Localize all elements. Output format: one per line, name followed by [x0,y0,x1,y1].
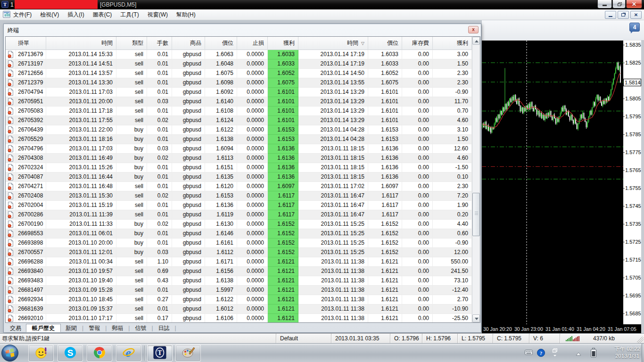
table-row[interactable]: 266962882013.01.11 00:34sell1.10gbpusd1.… [6,257,472,267]
column-header-10[interactable]: 價位 [368,37,402,50]
minimize-button[interactable] [597,0,612,8]
order-document-icon [6,220,16,229]
cell: gbpusd [172,286,205,295]
mdi-restore-button[interactable] [618,11,629,19]
mdi-minimize-button[interactable] [605,11,616,19]
menu-item-1[interactable]: 文件(F) [9,11,36,19]
cell: 0.00 [402,69,433,78]
cell: 2013.01.11 11:38 [298,314,368,322]
mdi-close-button[interactable]: ✕ [630,11,642,19]
table-row[interactable]: 267123792013.01.14 13:30sell0.01gbpusd1.… [6,78,472,88]
app-restore-tray-icon[interactable] [552,348,558,358]
column-header-2[interactable]: 時間 [46,37,116,50]
terminal-tab-6[interactable]: 信號 [130,324,151,332]
cell: 26712379 [16,78,46,88]
show-desktop-button[interactable] [642,344,644,362]
scroll-up-arrow[interactable] [472,37,480,45]
table-row[interactable]: 266985532013.01.11 06:01buy0.01gbpusd1.6… [6,229,472,239]
menu-item-5[interactable]: 工具(T) [116,11,143,19]
table-row[interactable]: 267024082013.01.11 15:30sell0.02gbpusd1.… [6,191,472,201]
table-row[interactable]: 267126562013.01.14 13:57sell0.01gbpusd1.… [6,69,472,78]
table-row[interactable]: 267043082013.01.11 16:49buy0.02gbpusd1.6… [6,154,472,163]
column-header-12[interactable]: 獲利 [433,37,472,50]
terminal-tab-2[interactable]: 帳戶歷史 [26,324,61,332]
table-row[interactable]: 267002862013.01.11 11:39sell0.01gbpusd1.… [6,210,472,220]
taskbar-button-internet-explorer[interactable]: e [116,345,141,362]
cell: 0.00 [402,314,433,322]
column-header-1[interactable]: 掛單 [6,37,46,50]
battery-tray-icon[interactable] [590,348,597,359]
menu-item-7[interactable]: 幫助(H) [172,11,200,19]
taskbar-button-chrome[interactable] [87,345,112,362]
cell: 12.60 [433,144,472,154]
table-row[interactable]: 267050832013.01.11 17:18sell0.01gbpusd1.… [6,107,472,116]
table-row[interactable]: 267023242013.01.11 15:26buy0.01gbpusd1.6… [6,163,472,173]
chart-plot[interactable] [482,40,624,324]
chart-top-strip: 4 [482,20,644,40]
order-document-icon [6,210,16,220]
table-row[interactable]: 267040872013.01.11 16:44buy0.01gbpusd1.6… [6,173,472,182]
menu-item-2[interactable]: 檢視(V) [36,11,63,19]
status-profile[interactable]: Default [276,334,331,344]
taskbar-button-skype[interactable]: S [58,345,83,362]
cell: 2013.01.11 15:30 [46,191,116,201]
table-row[interactable]: 267064392013.01.11 22:00buy0.01gbpusd1.6… [6,125,472,135]
menu-item-6[interactable]: 視窗(W) [143,11,172,19]
menu-item-4[interactable]: 圖表(C) [89,11,116,19]
column-header-3[interactable]: 類型 [116,37,147,50]
table-row[interactable]: 267136792013.01.14 15:33sell0.01gbpusd1.… [6,50,472,59]
column-header-4[interactable]: 手數 [147,37,172,50]
keyboard-layout-icon[interactable] [525,349,533,357]
table-row[interactable]: 267042712013.01.11 16:48sell0.01gbpusd1.… [6,182,472,191]
column-header-5[interactable]: 商品 [172,37,205,50]
help-tray-icon[interactable]: ? [537,349,545,358]
column-header-11[interactable]: 庫存費 [402,37,433,50]
column-header-9[interactable]: 時間▽ [298,37,368,50]
maximize-button[interactable] [612,0,626,8]
scrollbar-thumb[interactable] [472,193,480,236]
terminal-tab-5[interactable]: 郵箱 [107,324,128,332]
column-header-7[interactable]: 止損 [237,37,268,50]
taskbar-button-yahoo-messenger[interactable] [28,345,54,362]
table-row[interactable]: 266920102013.01.10 17:17sell0.17gbpusd1.… [6,314,472,322]
terminal-tab-3[interactable]: 新聞 [61,324,82,332]
table-row[interactable]: 267020042013.01.11 15:19sell0.01gbpusd1.… [6,201,472,210]
table-row[interactable]: 267131972013.01.14 14:51sell0.01gbpusd1.… [6,59,472,69]
terminal-tab-1[interactable]: 交易 [5,324,26,332]
table-row[interactable]: 267055292013.01.11 18:16buy0.01gbpusd1.6… [6,135,472,144]
show-hidden-icons-button[interactable] [575,351,582,357]
table-row[interactable]: 266816392013.01.09 15:37sell0.01gbpusd1.… [6,304,472,314]
column-header-8[interactable]: 獲利 [268,37,298,50]
notification-badge-icon[interactable]: 4 [629,23,640,32]
terminal-tab-4[interactable]: 警報 [84,324,105,332]
table-row[interactable]: 266934832013.01.10 19:40sell0.43gbpusd1.… [6,276,472,286]
cell: 1.6136 [268,163,298,173]
cell: 0.00 [402,239,433,248]
table-row[interactable]: 266929342013.01.10 18:45sell0.27gbpusd1.… [6,295,472,304]
table-row[interactable]: 267001902013.01.11 11:33buy0.02gbpusd1.6… [6,220,472,229]
table-row[interactable]: 267047962013.01.11 17:03buy0.03gbpusd1.6… [6,144,472,154]
cell: 0.0000 [237,239,268,248]
taskbar-clock[interactable]: 下午 02:22 2013/1/31 [614,346,640,360]
time-axis-label: 30 Jan 20:20 [483,326,512,332]
table-scrollbar[interactable] [472,37,480,322]
scroll-down-arrow[interactable] [472,314,480,322]
resize-grip[interactable] [637,337,644,343]
taskbar-button-paint[interactable] [175,345,201,362]
table-row[interactable]: 266814972013.01.09 15:28sell0.01gbpusd1.… [6,286,472,295]
taskbar-button-trading-app[interactable]: T [147,345,173,362]
column-header-6[interactable]: 價位 [205,37,237,50]
table-row[interactable]: 266938402013.01.10 19:57sell0.69gbpusd1.… [6,267,472,276]
terminal-close-button[interactable]: x [468,26,479,33]
cell: 1.6153 [368,125,402,135]
terminal-tab-7[interactable]: 日誌 [154,324,174,332]
table-row[interactable]: 267053922013.01.11 17:55sell0.02gbpusd1.… [6,116,472,125]
table-row[interactable]: 267005572013.01.11 12:01buy0.03gbpusd1.6… [6,248,472,257]
table-row[interactable]: 267059512013.01.11 20:00sell0.03gbpusd1.… [6,97,472,107]
menu-item-3[interactable]: 插入(I) [63,11,88,19]
table-row[interactable]: 267047942013.01.11 17:03sell0.01gbpusd1.… [6,88,472,97]
cell: 0.00 [402,88,433,97]
start-button[interactable] [1,344,19,362]
table-row[interactable]: 266938982013.01.10 20:00buy0.01gbpusd1.6… [6,239,472,248]
close-button[interactable]: ✕ [626,0,642,8]
